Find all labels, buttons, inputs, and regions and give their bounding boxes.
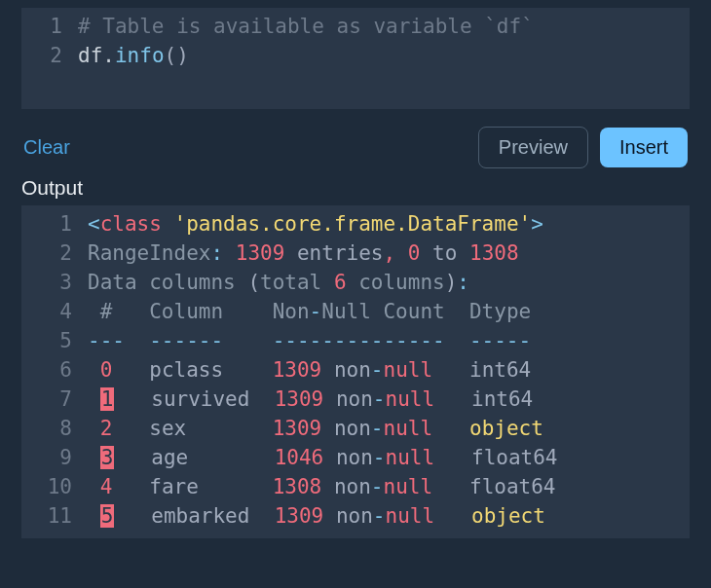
- code-editor[interactable]: 1# Table is available as variable `df`2d…: [21, 8, 690, 109]
- code-content[interactable]: df.info(): [78, 41, 690, 70]
- output-content: 3 age 1046 non-null float64: [88, 443, 690, 472]
- line-number: 1: [21, 209, 88, 239]
- output-content: 2 sex 1309 non-null object: [88, 414, 690, 443]
- output-line: 7 1 survived 1309 non-null int64: [21, 385, 690, 414]
- output-line: 4 # Column Non-Null Count Dtype: [21, 297, 690, 326]
- code-line[interactable]: 1# Table is available as variable `df`: [21, 12, 690, 41]
- clear-link[interactable]: Clear: [23, 136, 70, 159]
- toolbar: Clear Preview Insert: [0, 109, 711, 174]
- output-content: # Column Non-Null Count Dtype: [88, 297, 690, 326]
- output-line: 10 4 fare 1308 non-null float64: [21, 472, 690, 501]
- output-label: Output: [0, 174, 711, 200]
- output-line: 9 3 age 1046 non-null float64: [21, 443, 690, 472]
- preview-button[interactable]: Preview: [478, 127, 588, 168]
- output-line: 2RangeIndex: 1309 entries, 0 to 1308: [21, 239, 690, 268]
- output-block: 1<class 'pandas.core.frame.DataFrame'>2R…: [21, 205, 690, 538]
- line-number: 8: [21, 414, 88, 443]
- output-line: 1<class 'pandas.core.frame.DataFrame'>: [21, 209, 690, 239]
- line-number: 7: [21, 385, 88, 414]
- output-content: RangeIndex: 1309 entries, 0 to 1308: [88, 239, 690, 268]
- code-content[interactable]: # Table is available as variable `df`: [78, 12, 690, 41]
- line-number: 2: [21, 239, 88, 268]
- output-content: 5 embarked 1309 non-null object: [88, 501, 690, 531]
- line-number: 3: [21, 268, 88, 297]
- line-number: 6: [21, 355, 88, 385]
- line-number: 11: [21, 501, 88, 531]
- line-number: 9: [21, 443, 88, 472]
- output-line: 8 2 sex 1309 non-null object: [21, 414, 690, 443]
- output-content: <class 'pandas.core.frame.DataFrame'>: [88, 209, 690, 239]
- line-number: 10: [21, 472, 88, 501]
- output-content: 4 fare 1308 non-null float64: [88, 472, 690, 501]
- output-content: Data columns (total 6 columns):: [88, 268, 690, 297]
- output-content: 0 pclass 1309 non-null int64: [88, 355, 690, 385]
- output-content: 1 survived 1309 non-null int64: [88, 385, 690, 414]
- output-content: --- ------ -------------- -----: [88, 326, 690, 355]
- line-number: 1: [21, 12, 78, 41]
- line-number: 5: [21, 326, 88, 355]
- output-line: 11 5 embarked 1309 non-null object: [21, 501, 690, 531]
- output-line: 3Data columns (total 6 columns):: [21, 268, 690, 297]
- line-number: 4: [21, 297, 88, 326]
- insert-button[interactable]: Insert: [600, 128, 688, 167]
- output-line: 5--- ------ -------------- -----: [21, 326, 690, 355]
- code-line[interactable]: 2df.info(): [21, 41, 690, 70]
- line-number: 2: [21, 41, 78, 70]
- output-line: 6 0 pclass 1309 non-null int64: [21, 355, 690, 385]
